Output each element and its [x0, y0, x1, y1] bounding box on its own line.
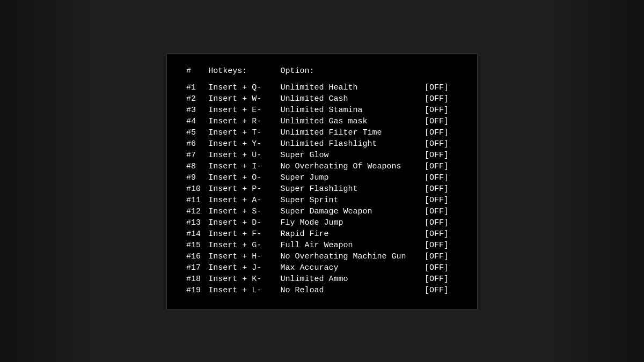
row-status[interactable]: [OFF]: [425, 172, 458, 183]
table-row: #11Insert + A-Super Sprint[OFF]: [186, 195, 458, 206]
row-option: Unlimited Gas mask: [281, 116, 425, 127]
row-hotkey: Insert + W-: [208, 93, 280, 105]
row-hotkey: Insert + A-: [208, 195, 280, 206]
row-status[interactable]: [OFF]: [425, 240, 458, 251]
row-num: #14: [186, 228, 208, 240]
row-option: Unlimited Stamina: [281, 105, 425, 116]
table-header-row: # Hotkeys: Option:: [186, 67, 458, 82]
row-hotkey: Insert + P-: [208, 183, 280, 195]
row-hotkey: Insert + S-: [208, 206, 280, 217]
row-num: #2: [186, 93, 208, 105]
row-hotkey: Insert + Y-: [208, 138, 280, 150]
row-status[interactable]: [OFF]: [425, 116, 458, 127]
row-num: #7: [186, 150, 208, 161]
row-option: Max Accuracy: [281, 262, 425, 274]
row-status[interactable]: [OFF]: [425, 127, 458, 138]
row-option: Full Air Weapon: [281, 240, 425, 251]
row-hotkey: Insert + O-: [208, 172, 280, 183]
row-num: #15: [186, 240, 208, 251]
row-hotkey: Insert + L-: [208, 285, 280, 296]
row-status[interactable]: [OFF]: [425, 82, 458, 93]
table-row: #18Insert + K-Unlimited Ammo[OFF]: [186, 274, 458, 285]
cheat-panel: # Hotkeys: Option: #1Insert + Q-Unlimite…: [166, 53, 478, 309]
header-status: [425, 67, 458, 82]
row-num: #10: [186, 183, 208, 195]
row-status[interactable]: [OFF]: [425, 183, 458, 195]
row-option: Super Damage Weapon: [281, 206, 425, 217]
row-hotkey: Insert + U-: [208, 150, 280, 161]
header-hotkey: Hotkeys:: [208, 67, 280, 82]
row-status[interactable]: [OFF]: [425, 138, 458, 150]
row-option: No Overheating Machine Gun: [281, 251, 425, 262]
table-row: #4Insert + R-Unlimited Gas mask[OFF]: [186, 116, 458, 127]
table-row: #17Insert + J-Max Accuracy[OFF]: [186, 262, 458, 274]
row-option: Super Glow: [281, 150, 425, 161]
row-num: #16: [186, 251, 208, 262]
row-status[interactable]: [OFF]: [425, 206, 458, 217]
outer-container: # Hotkeys: Option: #1Insert + Q-Unlimite…: [0, 0, 644, 362]
row-num: #12: [186, 206, 208, 217]
row-status[interactable]: [OFF]: [425, 251, 458, 262]
row-option: No Overheating Of Weapons: [281, 161, 425, 172]
row-status[interactable]: [OFF]: [425, 217, 458, 228]
table-row: #9Insert + O-Super Jump[OFF]: [186, 172, 458, 183]
row-num: #17: [186, 262, 208, 274]
row-option: Unlimited Ammo: [281, 274, 425, 285]
row-option: Rapid Fire: [281, 228, 425, 240]
row-status[interactable]: [OFF]: [425, 105, 458, 116]
row-status[interactable]: [OFF]: [425, 262, 458, 274]
row-num: #8: [186, 161, 208, 172]
table-row: #15Insert + G-Full Air Weapon[OFF]: [186, 240, 458, 251]
header-option: Option:: [281, 67, 425, 82]
table-row: #8Insert + I-No Overheating Of Weapons[O…: [186, 161, 458, 172]
row-status[interactable]: [OFF]: [425, 150, 458, 161]
row-num: #19: [186, 285, 208, 296]
row-option: Fly Mode Jump: [281, 217, 425, 228]
row-option: Super Jump: [281, 172, 425, 183]
row-num: #6: [186, 138, 208, 150]
table-row: #10Insert + P-Super Flashlight[OFF]: [186, 183, 458, 195]
row-status[interactable]: [OFF]: [425, 93, 458, 105]
row-option: Super Sprint: [281, 195, 425, 206]
row-hotkey: Insert + H-: [208, 251, 280, 262]
row-num: #13: [186, 217, 208, 228]
row-num: #3: [186, 105, 208, 116]
row-status[interactable]: [OFF]: [425, 195, 458, 206]
row-hotkey: Insert + F-: [208, 228, 280, 240]
row-hotkey: Insert + T-: [208, 127, 280, 138]
row-hotkey: Insert + K-: [208, 274, 280, 285]
row-hotkey: Insert + D-: [208, 217, 280, 228]
table-row: #5Insert + T-Unlimited Filter Time[OFF]: [186, 127, 458, 138]
row-status[interactable]: [OFF]: [425, 161, 458, 172]
table-row: #12Insert + S-Super Damage Weapon[OFF]: [186, 206, 458, 217]
row-num: #4: [186, 116, 208, 127]
row-option: Unlimited Flashlight: [281, 138, 425, 150]
table-row: #6Insert + Y-Unlimited Flashlight[OFF]: [186, 138, 458, 150]
row-option: No Reload: [281, 285, 425, 296]
table-row: #7Insert + U-Super Glow[OFF]: [186, 150, 458, 161]
table-row: #16Insert + H-No Overheating Machine Gun…: [186, 251, 458, 262]
row-num: #18: [186, 274, 208, 285]
row-num: #1: [186, 82, 208, 93]
row-status[interactable]: [OFF]: [425, 228, 458, 240]
row-num: #11: [186, 195, 208, 206]
cheat-table-body: #1Insert + Q-Unlimited Health[OFF]#2Inse…: [186, 82, 458, 296]
cheat-table: # Hotkeys: Option: #1Insert + Q-Unlimite…: [186, 67, 458, 296]
header-num: #: [186, 67, 208, 82]
row-hotkey: Insert + G-: [208, 240, 280, 251]
row-hotkey: Insert + I-: [208, 161, 280, 172]
row-option: Unlimited Cash: [281, 93, 425, 105]
table-row: #2Insert + W-Unlimited Cash[OFF]: [186, 93, 458, 105]
row-hotkey: Insert + Q-: [208, 82, 280, 93]
row-hotkey: Insert + J-: [208, 262, 280, 274]
table-row: #3Insert + E-Unlimited Stamina[OFF]: [186, 105, 458, 116]
table-row: #19Insert + L-No Reload[OFF]: [186, 285, 458, 296]
row-status[interactable]: [OFF]: [425, 274, 458, 285]
table-row: #14Insert + F-Rapid Fire[OFF]: [186, 228, 458, 240]
row-num: #9: [186, 172, 208, 183]
row-status[interactable]: [OFF]: [425, 285, 458, 296]
row-hotkey: Insert + R-: [208, 116, 280, 127]
row-option: Unlimited Filter Time: [281, 127, 425, 138]
row-num: #5: [186, 127, 208, 138]
table-row: #13Insert + D-Fly Mode Jump[OFF]: [186, 217, 458, 228]
